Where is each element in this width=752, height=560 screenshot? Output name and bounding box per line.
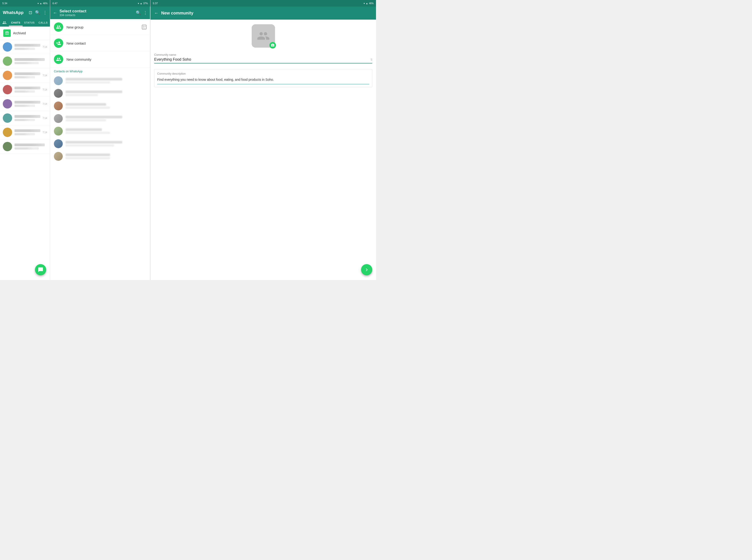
avatar (3, 57, 12, 66)
camera-icon[interactable]: ⊡ (29, 10, 32, 15)
status-bar-3: 5:37 ▾ ▲ 46% (150, 0, 376, 6)
contact-avatar (54, 127, 63, 136)
list-item[interactable] (50, 100, 150, 112)
more-icon-2[interactable]: ⋮ (143, 10, 147, 15)
chat-info (15, 129, 40, 135)
avatar (3, 42, 12, 52)
battery-2: 37% (143, 2, 148, 5)
chat-item[interactable]: 7:14 (0, 40, 50, 54)
community-photo (252, 24, 275, 47)
more-icon[interactable]: ⋮ (43, 10, 47, 15)
chat-list: 7:14 7:14 7:14 (0, 40, 50, 280)
community-desc-label: Community description (157, 72, 369, 75)
wifi-icon-2: ▾ (138, 2, 139, 5)
list-item[interactable] (50, 150, 150, 163)
chat-item[interactable] (0, 140, 50, 154)
list-item[interactable] (50, 87, 150, 100)
new-group-icon (54, 22, 63, 32)
time-3: 5:37 (153, 2, 158, 5)
chat-info (15, 72, 40, 78)
tab-chats[interactable]: CHATS (9, 19, 23, 26)
new-contact-option[interactable]: New contact (50, 35, 150, 51)
next-fab[interactable] (361, 264, 372, 275)
chat-info (15, 58, 45, 64)
time-1: 5:34 (2, 2, 7, 5)
chat-info (15, 143, 45, 149)
chat-item[interactable]: 7:14 (0, 68, 50, 83)
avatar (3, 85, 12, 94)
contact-info (65, 128, 146, 134)
chat-item[interactable]: 7:14 (0, 83, 50, 97)
archived-row[interactable]: Archived (0, 26, 50, 40)
new-community-title: New community (161, 11, 194, 16)
search-icon-2[interactable]: 🔍 (136, 10, 141, 15)
avatar (3, 128, 12, 137)
avatar (3, 99, 12, 108)
search-icon[interactable]: 🔍 (35, 10, 40, 15)
chat-info (15, 115, 40, 121)
chat-info (15, 86, 40, 93)
community-name-text[interactable]: Everything Food Soho (154, 57, 191, 62)
battery-1: 46% (43, 2, 47, 5)
community-name-field: Community name Everything Food Soho 5 (154, 53, 372, 64)
chat-time: 7:14 (43, 117, 47, 119)
qr-icon (142, 25, 146, 29)
app-header: WhatsApp ⊡ 🔍 ⋮ (0, 6, 50, 19)
new-group-option[interactable]: New group (50, 19, 150, 35)
list-item[interactable] (50, 125, 150, 137)
community-desc-text[interactable]: Find everything you need to know about f… (157, 77, 369, 84)
list-item[interactable] (50, 137, 150, 150)
status-icons-3: ▾ ▲ 46% (364, 2, 374, 5)
avatar (3, 71, 12, 80)
community-name-label: Community name (154, 53, 372, 57)
new-group-label: New group (66, 25, 83, 29)
back-button[interactable]: ← (53, 11, 57, 15)
header-title: Select contact (60, 9, 134, 14)
new-community-icon (54, 55, 63, 64)
contact-avatar (54, 139, 63, 148)
time-2: 6:47 (53, 2, 57, 5)
new-chat-fab[interactable] (35, 264, 46, 275)
signal-icon-2: ▲ (140, 2, 142, 5)
contact-info (65, 78, 146, 83)
contact-info (65, 103, 146, 109)
contact-avatar (54, 76, 63, 85)
community-name-value-row: Everything Food Soho 5 (154, 57, 372, 63)
contact-info (65, 116, 146, 121)
contact-info (65, 91, 146, 96)
whatsapp-main-panel: 5:34 ▾ ▲ 46% WhatsApp ⊡ 🔍 ⋮ CHATS STATUS… (0, 0, 50, 280)
avatar (3, 142, 12, 151)
contact-info (65, 141, 146, 146)
contact-avatar (54, 101, 63, 111)
chat-info (15, 101, 40, 107)
new-community-panel: 5:37 ▾ ▲ 46% ← New community (150, 0, 376, 280)
community-photo-area (154, 24, 372, 47)
avatar (3, 114, 12, 123)
app-title: WhatsApp (3, 10, 24, 15)
select-contact-panel: 6:47 ▾ ▲ 37% ← Select contact 334 contac… (50, 0, 150, 280)
chat-time: 7:14 (43, 131, 47, 134)
tabs-bar: CHATS STATUS CALLS (0, 19, 50, 26)
tab-status[interactable]: STATUS (23, 19, 36, 26)
wifi-icon-3: ▾ (364, 2, 365, 5)
chat-item[interactable]: 7:14 (0, 111, 50, 125)
community-back-button[interactable]: ← (154, 11, 158, 16)
list-item[interactable] (50, 75, 150, 87)
chat-time: 7:14 (43, 74, 47, 77)
new-community-option[interactable]: New community (50, 51, 150, 67)
chat-item[interactable] (0, 54, 50, 68)
signal-icon-3: ▲ (366, 2, 368, 5)
people-tab-icon[interactable] (2, 21, 6, 25)
tab-calls[interactable]: CALLS (36, 19, 50, 26)
status-bar-2: 6:47 ▾ ▲ 37% (50, 0, 150, 6)
battery-3: 46% (369, 2, 374, 5)
contact-avatar (54, 114, 63, 123)
select-contact-header: ← Select contact 334 contacts 🔍 ⋮ (50, 6, 150, 19)
chat-item[interactable]: 7:14 (0, 97, 50, 111)
new-community-label: New community (66, 57, 92, 61)
chat-item[interactable]: 7:14 (0, 125, 50, 140)
contact-info (65, 154, 146, 159)
add-photo-button[interactable] (269, 42, 276, 48)
list-item[interactable] (50, 112, 150, 125)
status-bar-1: 5:34 ▾ ▲ 46% (0, 0, 50, 6)
